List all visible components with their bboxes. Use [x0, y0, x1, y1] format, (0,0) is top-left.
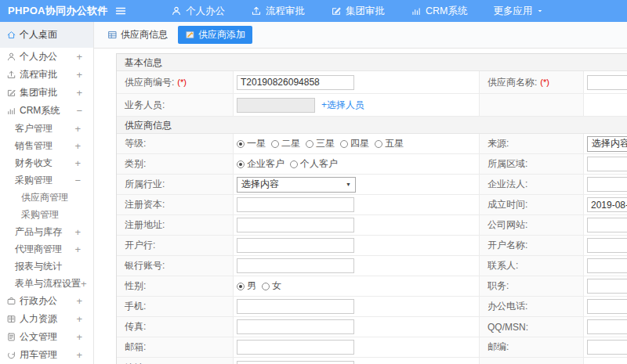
sidebar-item[interactable]: 供应商管理 [0, 189, 93, 206]
topnav-item[interactable]: 流程审批 [251, 5, 305, 18]
vehicle-icon [6, 350, 16, 360]
expand-toggle-icon: + [76, 87, 82, 99]
field-cell [584, 154, 627, 174]
table-grid-icon [107, 30, 118, 40]
field-cell [584, 317, 627, 337]
text-input[interactable] [237, 197, 354, 212]
field-label: 注册地址: [117, 215, 234, 235]
required-marker: (*) [540, 77, 549, 87]
text-input[interactable] [237, 319, 354, 334]
radio-option[interactable]: 企业客户 [237, 157, 285, 171]
text-input[interactable] [237, 258, 354, 273]
sidebar: 个人桌面个人办公+流程审批+集团审批+CRM系统−客户管理+销售管理+财务收支+… [0, 22, 94, 364]
radio-option[interactable]: 男 [237, 279, 256, 293]
field-label: 手机: [117, 297, 234, 316]
text-input[interactable] [237, 75, 354, 90]
sidebar-item[interactable]: CRM系统− [0, 102, 93, 120]
sidebar-item[interactable]: 采购管理 [0, 206, 93, 223]
text-input[interactable] [237, 361, 354, 364]
text-input[interactable] [587, 177, 627, 192]
radio-option[interactable]: 二星 [271, 137, 300, 150]
radio-icon [290, 160, 298, 168]
tab-supplier-info[interactable]: 供应商信息 [103, 26, 172, 44]
topnav-item[interactable]: 集团审批 [331, 5, 385, 18]
main-area: 供应商信息供应商添加 基本信息供应商编号:(*)供应商名称:(*)业务人员:+选… [94, 22, 627, 364]
select-dropdown[interactable]: 选择内容▼ [587, 136, 627, 152]
text-input[interactable] [587, 340, 627, 355]
sidebar-item[interactable]: 流程审批+ [0, 66, 93, 84]
text-input[interactable] [237, 299, 354, 314]
expand-toggle-icon: + [76, 313, 82, 325]
field-label-text: 邮箱: [125, 341, 146, 354]
field-label-text: 手机: [125, 300, 146, 313]
sidebar-item[interactable]: 行政办公+ [0, 292, 93, 310]
radio-label: 个人客户 [300, 157, 338, 171]
text-input[interactable] [587, 75, 627, 90]
sidebar-item[interactable]: 公文管理+ [0, 328, 93, 346]
radio-option[interactable]: 三星 [306, 137, 335, 150]
sidebar-item[interactable]: 个人桌面 [0, 22, 93, 48]
topnav-item[interactable]: 个人办公 [171, 5, 225, 18]
select-value: 选择内容 [241, 178, 279, 191]
field-label-text: 成立时间: [487, 198, 527, 211]
person-picker-input[interactable] [237, 98, 315, 113]
field-label: 来源: [480, 134, 584, 153]
sidebar-item-label: 供应商管理 [21, 191, 68, 204]
sidebar-item-label: 采购管理 [15, 174, 53, 187]
radio-option[interactable]: 一星 [237, 137, 266, 150]
text-input[interactable] [587, 218, 627, 232]
text-input[interactable] [237, 238, 354, 253]
field-label: QQ/MSN: [480, 317, 584, 337]
tab-supplier-add[interactable]: 供应商添加 [178, 26, 252, 44]
text-input[interactable] [587, 238, 627, 253]
sidebar-item[interactable]: 采购管理− [0, 171, 93, 189]
field-label-text: 供应商名称: [487, 76, 537, 89]
sidebar-item[interactable]: 集团审批+ [0, 84, 93, 102]
flow-approval-icon [251, 5, 262, 16]
select-dropdown[interactable]: 选择内容▼ [237, 177, 356, 193]
sidebar-item-label: 表单与流程设置 [15, 277, 81, 290]
field-label-text: 类别: [125, 157, 146, 171]
radio-option[interactable]: 个人客户 [290, 157, 338, 171]
radio-label: 二星 [281, 137, 300, 150]
topnav-item[interactable]: 更多应用 [493, 5, 544, 18]
radio-label: 企业客户 [247, 157, 285, 171]
field-label-text: 所属行业: [125, 178, 165, 191]
field-cell [584, 94, 627, 116]
field-label-text: 注册资本: [125, 198, 165, 211]
sidebar-item[interactable]: 产品与库存+ [0, 223, 93, 240]
text-input[interactable] [587, 279, 627, 294]
field-label-text: 业务人员: [125, 99, 165, 112]
field-cell [234, 297, 480, 316]
radio-option[interactable]: 五星 [375, 137, 404, 150]
expand-toggle-icon: − [74, 175, 81, 186]
sidebar-item[interactable]: 客户管理+ [0, 120, 93, 137]
expand-toggle-icon: − [76, 105, 82, 117]
sidebar-item-label: 采购管理 [21, 208, 59, 222]
sidebar-item[interactable]: 表单与流程设置+ [0, 275, 93, 292]
text-input[interactable] [587, 299, 627, 314]
choose-person-link[interactable]: +选择人员 [321, 99, 364, 112]
text-input[interactable] [587, 258, 627, 273]
sidebar-item[interactable]: 用车管理+ [0, 346, 93, 364]
radio-option[interactable]: 四星 [340, 137, 369, 150]
text-input[interactable] [237, 218, 354, 232]
sidebar-item[interactable]: 财务收支+ [0, 154, 93, 171]
text-input[interactable] [587, 319, 627, 334]
sidebar-item[interactable]: 人力资源+ [0, 310, 93, 328]
sidebar-item[interactable]: 报表与统计 [0, 258, 93, 275]
hr-icon [6, 314, 16, 324]
topnav-item[interactable]: CRM系统 [411, 5, 467, 18]
sidebar-item[interactable]: 代理商管理+ [0, 240, 93, 258]
field-label: 邮箱: [117, 337, 234, 357]
text-input[interactable] [237, 340, 354, 355]
hamburger-menu-icon[interactable] [114, 5, 127, 17]
field-cell [584, 195, 627, 214]
text-input[interactable] [587, 197, 627, 212]
text-input[interactable] [587, 157, 627, 171]
supplier-form: 基本信息供应商编号:(*)供应商名称:(*)业务人员:+选择人员供应商信息等级:… [116, 53, 627, 364]
sidebar-item[interactable]: 个人办公+ [0, 48, 93, 66]
sidebar-item[interactable]: 销售管理+ [0, 137, 93, 154]
radio-option[interactable]: 女 [262, 279, 281, 293]
tab-label: 供应商添加 [198, 28, 245, 41]
